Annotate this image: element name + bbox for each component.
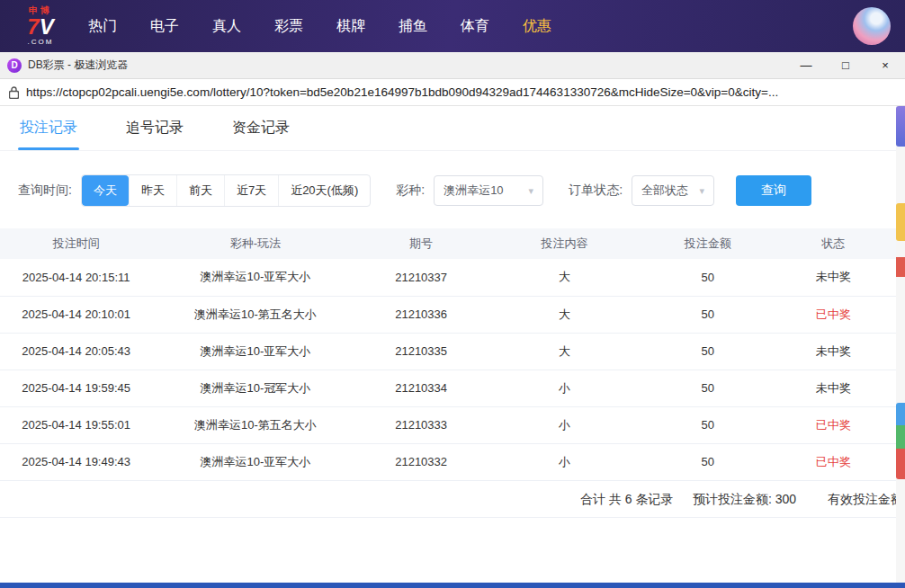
table-row: 2025-04-14 20:10:01 澳洲幸运10-第五名大小 2121033…: [0, 296, 896, 333]
nav-item-slots[interactable]: 电子: [150, 17, 179, 36]
cell-bet-content: 小: [484, 443, 645, 480]
url-text[interactable]: https://ctopcp02pcali.uengi5e.com/lotter…: [26, 85, 896, 99]
time-filter-last-7-days[interactable]: 近7天: [224, 175, 278, 206]
table-row: 2025-04-14 20:15:11 澳洲幸运10-亚军大小 21210337…: [0, 259, 896, 296]
maximize-button[interactable]: □: [826, 52, 865, 78]
time-filter-label: 查询时间:: [18, 183, 72, 199]
tab-fund-records[interactable]: 资金记录: [230, 106, 291, 150]
status-badge: 未中奖: [771, 259, 896, 296]
table-row: 2025-04-14 19:59:45 澳洲幸运10-冠军大小 21210334…: [0, 370, 896, 406]
clipped-widget: [896, 257, 905, 277]
order-status-label: 订单状态:: [569, 183, 623, 199]
maximize-icon: □: [842, 58, 849, 72]
browser-address-bar: https://ctopcp02pcali.uengi5e.com/lotter…: [0, 79, 905, 106]
summary-bar: 合计 共 6 条记录 预计投注金额: 300 有效投注金额:: [0, 481, 896, 518]
cell-bet-time: 2025-04-14 20:05:43: [0, 333, 152, 370]
cell-game: 澳洲幸运10-亚军大小: [152, 443, 358, 480]
cell-bet-content: 大: [484, 296, 645, 333]
browser-title-bar: D DB彩票 - 极速浏览器 — □ ×: [0, 52, 905, 79]
status-badge: 已中奖: [771, 443, 896, 480]
nav-item-fishing[interactable]: 捕鱼: [399, 17, 427, 36]
close-button[interactable]: ×: [865, 52, 905, 78]
order-status-select[interactable]: 全部状态 ▾: [632, 175, 714, 206]
table-row: 2025-04-14 19:49:43 澳洲幸运10-亚军大小 21210332…: [0, 443, 896, 480]
lock-icon: [9, 86, 19, 99]
minimize-icon: —: [801, 58, 812, 72]
cell-game: 澳洲幸运10-第五名大小: [152, 406, 358, 443]
cell-bet-time: 2025-04-14 19:55:01: [0, 406, 152, 443]
summary-expected-amount: 预计投注金额: 300: [693, 481, 796, 518]
cell-bet-content: 小: [484, 406, 645, 443]
column-header-bet-content: 投注内容: [484, 228, 645, 259]
lottery-select[interactable]: 澳洲幸运10 ▾: [434, 175, 543, 206]
cell-bet-amount: 50: [645, 296, 770, 333]
logo-text-7: 7: [27, 14, 39, 39]
nav-item-promo[interactable]: 优惠: [523, 17, 551, 36]
summary-total-records: 合计 共 6 条记录: [580, 481, 673, 518]
logo-text-sub: .COM: [14, 39, 67, 46]
column-header-status: 状态: [771, 228, 896, 259]
cell-bet-amount: 50: [645, 333, 770, 370]
cell-game: 澳洲幸运10-第五名大小: [152, 296, 358, 333]
window-title: DB彩票 - 极速浏览器: [28, 58, 128, 73]
chevron-down-icon: ▾: [700, 185, 705, 197]
column-header-game: 彩种-玩法: [152, 228, 358, 259]
status-badge: 已中奖: [771, 406, 896, 443]
tab-chase-records[interactable]: 追号记录: [124, 106, 185, 150]
nav-item-sports[interactable]: 体育: [461, 17, 489, 36]
window-controls: — □ ×: [786, 52, 905, 78]
records-tab-bar: 投注记录 追号记录 资金记录: [0, 106, 896, 151]
time-filter-last-20-days[interactable]: 近20天(低频): [278, 175, 370, 206]
cell-game: 澳洲幸运10-冠军大小: [152, 370, 358, 406]
cell-game: 澳洲幸运10-亚军大小: [152, 333, 358, 370]
minimize-button[interactable]: —: [786, 52, 826, 78]
cell-period: 21210336: [358, 296, 483, 333]
site-nav-menu: 热门 电子 真人 彩票 棋牌 捕鱼 体育 优惠: [88, 17, 551, 36]
time-filter-yesterday[interactable]: 昨天: [129, 175, 176, 206]
status-badge: 已中奖: [771, 296, 896, 333]
time-filter-today[interactable]: 今天: [82, 175, 129, 206]
cell-bet-content: 大: [484, 333, 645, 370]
site-nav: 申博 7V .COM 热门 电子 真人 彩票 棋牌 捕鱼 体育 优惠: [0, 0, 905, 52]
clipped-widget: [896, 106, 905, 147]
cell-bet-amount: 50: [645, 259, 770, 296]
cell-period: 21210337: [358, 259, 483, 296]
cell-bet-time: 2025-04-14 19:59:45: [0, 370, 152, 406]
order-status-value: 全部状态: [641, 183, 694, 199]
screen: 申博 7V .COM 热门 电子 真人 彩票 棋牌 捕鱼 体育 优惠 D DB彩…: [0, 0, 905, 588]
query-button[interactable]: 查询: [736, 175, 811, 206]
cell-bet-content: 小: [484, 370, 645, 406]
logo-text-v: V: [40, 14, 54, 39]
table-header-row: 投注时间 彩种-玩法 期号 投注内容 投注金额 状态: [0, 228, 896, 259]
cell-bet-time: 2025-04-14 20:15:11: [0, 259, 152, 296]
nav-item-live[interactable]: 真人: [212, 17, 241, 36]
status-badge: 未中奖: [771, 370, 896, 406]
time-filter-day-before[interactable]: 前天: [176, 175, 224, 206]
browser-favicon: D: [7, 58, 22, 73]
chevron-down-icon: ▾: [529, 185, 534, 197]
close-icon: ×: [882, 58, 889, 72]
nav-item-board[interactable]: 棋牌: [336, 17, 365, 36]
cell-period: 21210333: [358, 406, 483, 443]
clipped-widget: [896, 203, 905, 241]
cell-bet-amount: 50: [645, 443, 770, 480]
page-edge-clipped-widgets: [896, 106, 905, 583]
bet-records-table: 投注时间 彩种-玩法 期号 投注内容 投注金额 状态 2025-04-14 20…: [0, 228, 896, 481]
table-row: 2025-04-14 19:55:01 澳洲幸运10-第五名大小 2121033…: [0, 406, 896, 443]
nav-item-hot[interactable]: 热门: [88, 17, 117, 36]
table-row: 2025-04-14 20:05:43 澳洲幸运10-亚军大小 21210335…: [0, 333, 896, 370]
user-avatar[interactable]: [853, 7, 891, 45]
page-bottom-bar: [0, 583, 905, 588]
cell-bet-time: 2025-04-14 20:10:01: [0, 296, 152, 333]
cell-bet-time: 2025-04-14 19:49:43: [0, 443, 152, 480]
time-filter-group: 今天 昨天 前天 近7天 近20天(低频): [81, 174, 371, 207]
tab-bet-records[interactable]: 投注记录: [18, 106, 79, 150]
nav-item-lottery[interactable]: 彩票: [274, 17, 303, 36]
summary-valid-amount: 有效投注金额:: [828, 481, 896, 518]
column-header-period: 期号: [358, 228, 483, 259]
cell-period: 21210332: [358, 443, 483, 480]
column-header-bet-time: 投注时间: [0, 228, 152, 259]
lottery-select-value: 澳洲幸运10: [444, 183, 523, 199]
site-logo[interactable]: 申博 7V .COM: [14, 6, 67, 46]
cell-game: 澳洲幸运10-亚军大小: [152, 259, 358, 296]
